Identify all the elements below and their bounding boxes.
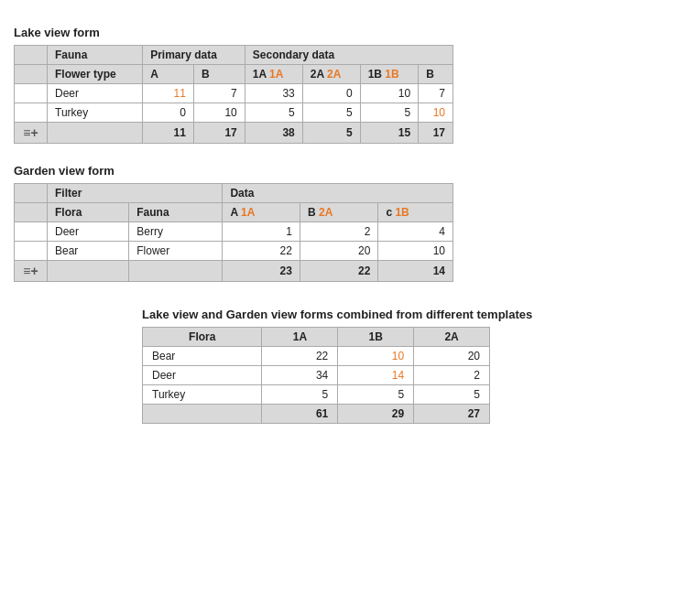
garden-header-row1: Filter Data [15,184,453,203]
gh2-flora: Flora [48,203,129,222]
combined-total-row: 61 29 27 [143,405,490,424]
lake-total-B2: 17 [419,123,453,144]
garden-total-row: ≡+ 23 22 14 [15,261,453,282]
lake-deer-icon [15,84,48,103]
combined-row-deer: Deer 34 14 2 [143,366,490,385]
garden-bear-flora: Bear [48,242,129,261]
garden-view-section: Garden view form Filter Data Flora Fauna… [14,164,673,282]
lake-deer-2A: 0 [302,84,360,103]
combined-h-flora: Flora [143,328,262,347]
combined-deer-flora: Deer [143,366,262,385]
lake-header-row1: Fauna Primary data Secondary data [15,46,453,65]
lh2-2A: 2A 2A [302,65,360,84]
lake-total-2A: 5 [302,123,360,144]
lake-total-1A: 38 [245,123,302,144]
lake-turkey-A: 0 [143,103,194,123]
garden-total-C: 14 [378,261,453,282]
lake-turkey-B: 10 [193,103,245,123]
lake-view-section: Lake view form Fauna Primary data Second… [14,26,673,144]
lake-total-row: ≡+ 11 17 38 5 15 17 [15,123,453,144]
lake-total-label [48,123,143,144]
garden-total-label1 [48,261,129,282]
lh2-col1 [15,65,48,84]
lh2-1B: 1B 1B [360,65,419,84]
combined-bear-1A: 22 [262,347,338,366]
garden-total-B: 22 [300,261,377,282]
lake-total-A: 11 [143,123,194,144]
gh1-filter: Filter [48,184,223,203]
gh2-1B-orange: 1B [395,206,409,219]
garden-row-bear: Bear Flower 22 20 10 [15,242,453,261]
lh1-secondary: Secondary data [245,46,453,65]
garden-bear-C: 10 [378,242,453,261]
lake-total-icon: ≡+ [15,123,48,144]
combined-bear-2A: 20 [414,347,490,366]
combined-turkey-2A: 5 [414,385,490,405]
combined-bear-flora: Bear [143,347,262,366]
lake-turkey-icon [15,103,48,123]
garden-bear-fauna: Flower [129,242,223,261]
combined-total-2A: 27 [414,405,490,424]
combined-total-1A: 61 [262,405,338,424]
garden-total-A: 23 [223,261,300,282]
lake-row-deer: Deer 11 7 33 0 10 7 [15,84,453,103]
garden-view-table: Filter Data Flora Fauna A 1A B 2A c 1B D… [14,183,453,282]
gh1-data: Data [223,184,453,203]
lake-turkey-B2: 10 [419,103,453,123]
combined-section: Lake view and Garden view forms combined… [142,308,673,424]
lh2-1A: 1A 1A [245,65,302,84]
gh2-col1 [15,203,48,222]
lake-deer-1A: 33 [245,84,302,103]
combined-deer-1B: 14 [338,366,414,385]
lh2-flower: Flower type [48,65,143,84]
lake-total-1B: 15 [360,123,419,144]
garden-row-deer: Deer Berry 1 2 4 [15,222,453,242]
garden-deer-A: 1 [223,222,300,242]
lake-deer-B: 7 [193,84,245,103]
lh1-fauna: Fauna [48,46,143,65]
gh2-1A-orange: 1A [241,206,255,219]
lake-row-turkey: Turkey 0 10 5 5 5 10 [15,103,453,123]
combined-table: Flora 1A 1B 2A Bear 22 10 20 Deer 34 14 … [142,327,490,424]
lake-view-title: Lake view form [14,26,673,39]
combined-row-bear: Bear 22 10 20 [143,347,490,366]
combined-row-turkey: Turkey 5 5 5 [143,385,490,405]
combined-h-1A: 1A [262,328,338,347]
lake-turkey-1A: 5 [245,103,302,123]
lh2-B: B [193,65,245,84]
garden-view-title: Garden view form [14,164,673,178]
lh2-2A-orange: 2A [327,68,341,81]
combined-turkey-1A: 5 [262,385,338,405]
garden-deer-flora: Deer [48,222,129,242]
combined-turkey-flora: Turkey [143,385,262,405]
lake-turkey-2A: 5 [302,103,360,123]
garden-bear-B: 20 [300,242,377,261]
combined-total-1B: 29 [338,405,414,424]
garden-deer-fauna: Berry [129,222,223,242]
lake-deer-A: 11 [143,84,194,103]
lake-total-B: 17 [193,123,245,144]
lh1-col1 [15,46,48,65]
gh2-fauna: Fauna [129,203,223,222]
lh2-B2: B [419,65,453,84]
garden-bear-icon [15,242,48,261]
lake-turkey-name: Turkey [48,103,143,123]
combined-turkey-1B: 5 [338,385,414,405]
combined-title: Lake view and Garden view forms combined… [142,308,673,321]
combined-h-2A: 2A [414,328,490,347]
garden-header-row2: Flora Fauna A 1A B 2A c 1B [15,203,453,222]
combined-total-label [143,405,262,424]
lh2-A: A [143,65,194,84]
lh2-1B-orange: 1B [385,68,398,81]
garden-deer-icon [15,222,48,242]
garden-total-label2 [129,261,223,282]
gh2-B-2A: B 2A [300,203,377,222]
lh2-1A-orange: 1A [269,68,283,81]
lake-deer-name: Deer [48,84,143,103]
lake-header-row2: Flower type A B 1A 1A 2A 2A 1B 1B B [15,65,453,84]
combined-deer-1A: 34 [262,366,338,385]
combined-h-1B: 1B [338,328,414,347]
gh2-A-1A: A 1A [223,203,300,222]
lake-view-table: Fauna Primary data Secondary data Flower… [14,45,453,144]
lake-deer-B2: 7 [419,84,453,103]
